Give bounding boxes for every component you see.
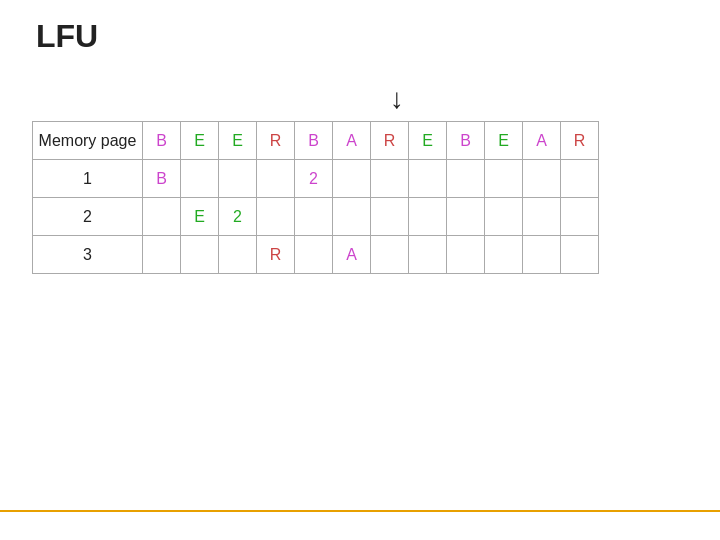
- row-1-col-8: [447, 160, 485, 198]
- row-2-label: 2: [33, 198, 143, 236]
- row-3-col-8: [447, 236, 485, 274]
- row-2-col-1: E: [181, 198, 219, 236]
- row-1-label: 1: [33, 160, 143, 198]
- row-2-col-6: [371, 198, 409, 236]
- row-1-col-2: [219, 160, 257, 198]
- row-1-col-9: [485, 160, 523, 198]
- row-3-col-6: [371, 236, 409, 274]
- row-1-col-10: [523, 160, 561, 198]
- row-1-col-0: B: [143, 160, 181, 198]
- table-row: 2 E 2: [33, 198, 599, 236]
- row-2-col-9: [485, 198, 523, 236]
- row-2-col-5: [333, 198, 371, 236]
- row-1-col-7: [409, 160, 447, 198]
- row-3-col-9: [485, 236, 523, 274]
- row-3-col-11: [561, 236, 599, 274]
- col-header-2: E: [219, 122, 257, 160]
- col-header-1: E: [181, 122, 219, 160]
- row-1-col-4: 2: [295, 160, 333, 198]
- col-header-7: E: [409, 122, 447, 160]
- col-header-0: B: [143, 122, 181, 160]
- down-arrow-icon: ↓: [390, 85, 404, 113]
- table-row: 3 R A: [33, 236, 599, 274]
- row-1-col-5: [333, 160, 371, 198]
- row-3-col-7: [409, 236, 447, 274]
- memory-table-wrapper: Memory page B E E R B A R E B E A R 1 B: [0, 121, 720, 274]
- col-header-8: B: [447, 122, 485, 160]
- col-header-11: R: [561, 122, 599, 160]
- row-2-col-4: [295, 198, 333, 236]
- row-2-col-8: [447, 198, 485, 236]
- col-header-6: R: [371, 122, 409, 160]
- row-2-col-2: 2: [219, 198, 257, 236]
- col-header-10: A: [523, 122, 561, 160]
- row-1-col-1: [181, 160, 219, 198]
- row-3-col-0: [143, 236, 181, 274]
- row-2-col-0: [143, 198, 181, 236]
- row-3-label: 3: [33, 236, 143, 274]
- row-3-col-10: [523, 236, 561, 274]
- table-header-label: Memory page: [33, 122, 143, 160]
- row-1-col-6: [371, 160, 409, 198]
- row-3-col-1: [181, 236, 219, 274]
- row-1-col-3: [257, 160, 295, 198]
- col-header-9: E: [485, 122, 523, 160]
- row-2-col-3: [257, 198, 295, 236]
- row-2-col-10: [523, 198, 561, 236]
- col-header-5: A: [333, 122, 371, 160]
- title: LFU: [0, 0, 720, 55]
- row-2-col-11: [561, 198, 599, 236]
- bottom-border: [0, 510, 720, 512]
- lfu-table: Memory page B E E R B A R E B E A R 1 B: [32, 121, 599, 274]
- row-3-col-4: [295, 236, 333, 274]
- table-row: 1 B 2: [33, 160, 599, 198]
- col-header-4: B: [295, 122, 333, 160]
- row-2-col-7: [409, 198, 447, 236]
- col-header-3: R: [257, 122, 295, 160]
- row-1-col-11: [561, 160, 599, 198]
- row-3-col-5: A: [333, 236, 371, 274]
- row-3-col-3: R: [257, 236, 295, 274]
- row-3-col-2: [219, 236, 257, 274]
